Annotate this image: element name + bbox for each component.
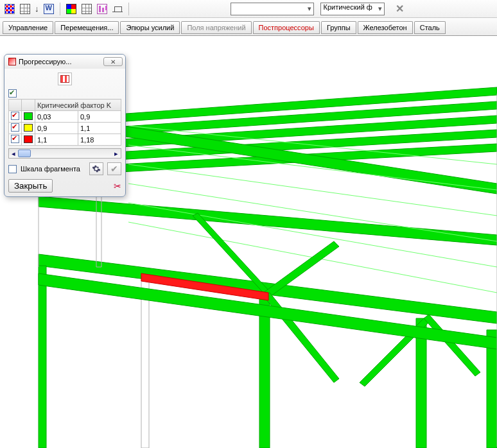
clear-selection-icon[interactable]: ✕ <box>394 3 406 15</box>
svg-marker-15 <box>141 280 149 448</box>
tab-diagrams[interactable]: Эпюры усилий <box>120 21 180 34</box>
svg-marker-14 <box>39 266 46 448</box>
legend-header: Критический фактор K <box>35 99 121 111</box>
apply-icon[interactable]: ✔ <box>107 162 121 175</box>
analysis-combo-value: Критический ф <box>324 3 372 11</box>
legend-swatch-red <box>24 135 33 143</box>
legend-row-check[interactable] <box>11 135 19 143</box>
close-button[interactable]: Закрыть <box>8 179 53 193</box>
legend-to: 0,9 <box>78 111 121 123</box>
tab-reinforced-concrete[interactable]: Железобетон <box>358 21 413 34</box>
scissors-icon[interactable]: ✂ <box>114 181 121 191</box>
legend-from: 1,1 <box>35 134 78 146</box>
tool-icon-frame[interactable] <box>110 2 125 16</box>
toolbar-separator <box>128 3 129 15</box>
loadcase-combo[interactable] <box>231 3 314 15</box>
tabbar: Управление Перемещения... Эпюры усилий П… <box>0 18 497 36</box>
legend-row[interactable]: 0,9 1,1 <box>9 123 121 134</box>
legend-to: 1,18 <box>78 134 121 146</box>
legend-row[interactable]: 0,03 0,9 <box>9 111 121 123</box>
tool-icon-mesh[interactable] <box>18 2 32 16</box>
tool-icon-word[interactable] <box>42 2 56 16</box>
palette-title-text: Прогрессирую... <box>19 58 71 65</box>
analysis-combo[interactable]: Критический ф <box>320 3 385 15</box>
tab-control[interactable]: Управление <box>3 21 53 34</box>
palette-close-icon[interactable]: ✕ <box>103 57 123 66</box>
svg-line-10 <box>128 164 497 216</box>
tool-icon-scatter[interactable] <box>3 2 17 16</box>
main-toolbar: ↓ Критический ф ✕ <box>0 0 497 18</box>
legend-swatch-green <box>24 112 33 120</box>
fragment-scale-label: Шкала фрагмента <box>21 165 85 173</box>
legend-from: 0,9 <box>35 123 78 134</box>
scroll-right-icon[interactable]: ▸ <box>112 149 121 158</box>
toolbar-separator <box>60 3 60 15</box>
fragment-scale-check[interactable] <box>8 165 17 173</box>
tool-icon-bars[interactable] <box>95 2 109 16</box>
legend-table: Критический фактор K 0,03 0,9 0,9 1,1 1,… <box>8 99 121 146</box>
palette-titlebar[interactable]: Прогрессирую... ✕ <box>4 55 125 69</box>
svg-marker-6 <box>39 196 497 245</box>
scroll-left-icon[interactable]: ◂ <box>9 149 18 158</box>
tab-groups[interactable]: Группы <box>321 21 356 34</box>
tool-icon-grid[interactable] <box>80 2 94 16</box>
legend-palette[interactable]: Прогрессирую... ✕ Критический фактор K 0… <box>4 54 126 197</box>
tab-postprocessors[interactable]: Постпроцессоры <box>253 21 320 34</box>
palette-body: Критический фактор K 0,03 0,9 0,9 1,1 1,… <box>4 69 125 196</box>
legend-to: 1,1 <box>78 123 121 134</box>
legend-row-check[interactable] <box>11 123 19 132</box>
tab-displacements[interactable]: Перемещения... <box>55 21 119 34</box>
legend-row-check[interactable] <box>11 112 19 120</box>
palette-toggle-all[interactable] <box>8 89 17 98</box>
tab-steel[interactable]: Сталь <box>414 21 446 34</box>
palette-mode-icon[interactable] <box>58 73 72 85</box>
legend-from: 0,03 <box>35 111 78 123</box>
tab-stressfields[interactable]: Поля напряжений <box>181 21 251 34</box>
tool-icon-palette[interactable] <box>64 2 78 16</box>
palette-app-icon <box>8 58 16 65</box>
dropdown-icon[interactable]: ↓ <box>35 4 39 13</box>
settings-icon[interactable] <box>89 162 103 175</box>
legend-row[interactable]: 1,1 1,18 <box>9 134 121 146</box>
palette-hscroll[interactable]: ◂ ▸ <box>8 148 121 159</box>
scroll-thumb[interactable] <box>18 150 31 157</box>
legend-swatch-yellow <box>24 124 33 132</box>
